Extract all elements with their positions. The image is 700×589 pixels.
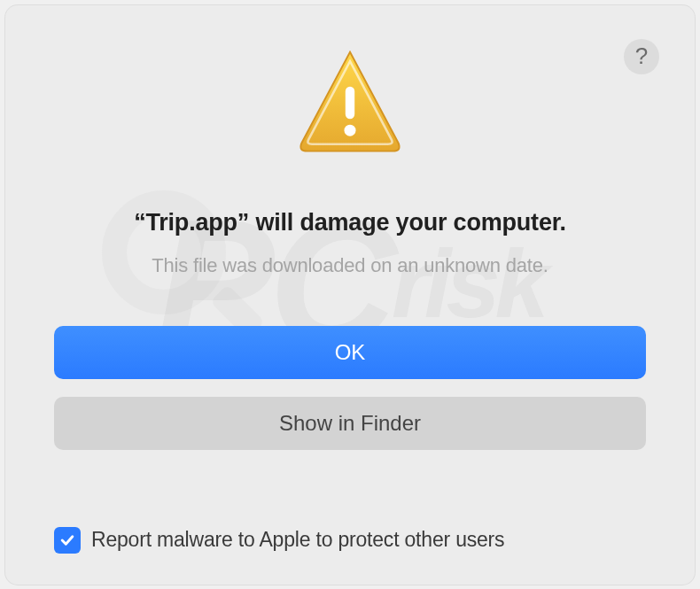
dialog-content: “Trip.app” will damage your computer. Th… (54, 41, 646, 554)
ok-button[interactable]: OK (54, 326, 646, 379)
svg-point-1 (345, 124, 356, 136)
checkmark-icon (58, 531, 76, 549)
report-checkbox-row: Report malware to Apple to protect other… (54, 527, 646, 554)
show-in-finder-label: Show in Finder (279, 411, 421, 436)
ok-button-label: OK (335, 340, 366, 365)
warning-triangle-icon (292, 45, 408, 160)
dialog-subtext: This file was downloaded on an unknown d… (152, 254, 548, 277)
report-checkbox[interactable] (54, 527, 81, 554)
dialog-headline: “Trip.app” will damage your computer. (134, 209, 566, 236)
show-in-finder-button[interactable]: Show in Finder (54, 397, 646, 450)
svg-rect-0 (346, 86, 354, 118)
gatekeeper-dialog: PCrisk ? “Trip.app” will damage your com… (5, 5, 695, 585)
report-checkbox-label: Report malware to Apple to protect other… (91, 528, 504, 552)
button-row: OK Show in Finder (54, 326, 646, 450)
